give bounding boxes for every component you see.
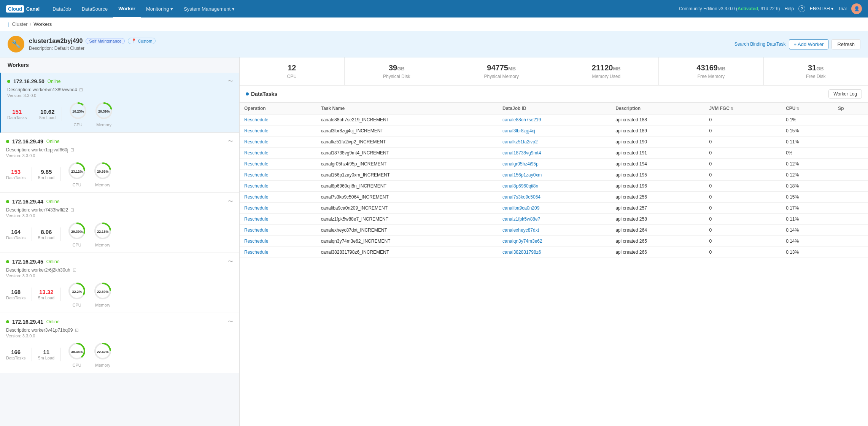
metric-divider bbox=[60, 348, 61, 361]
help-link[interactable]: Help bbox=[784, 6, 794, 11]
table-col-cpu[interactable]: CPU⇅ bbox=[781, 103, 833, 114]
cpu-gauge: 23.12% CPU bbox=[67, 161, 87, 187]
chart-icon[interactable]: 〜 bbox=[228, 138, 233, 145]
description-cell: api created 257 bbox=[611, 203, 704, 214]
nav-datasource[interactable]: DataSource bbox=[76, 0, 113, 17]
logo[interactable]: Cloud Canal bbox=[6, 5, 40, 13]
datajob-link[interactable]: canalqn3y74m3e62 bbox=[502, 238, 542, 244]
language-selector[interactable]: ENGLISH ▾ bbox=[810, 6, 833, 11]
reschedule-link[interactable]: Reschedule bbox=[244, 194, 268, 200]
datajob-link[interactable]: canal18738vg9mt4 bbox=[502, 150, 541, 156]
worker-ip: 172.16.29.49 bbox=[12, 138, 43, 145]
datajob-link[interactable]: canal3lbr8zgj4cj bbox=[502, 128, 535, 134]
stat-label: Memory Used bbox=[557, 74, 656, 79]
nav-datajob[interactable]: DataJob bbox=[47, 0, 76, 17]
jvm-fgc-cell: 0 bbox=[705, 148, 782, 159]
nav-monitoring[interactable]: Monitoring ▾ bbox=[141, 0, 178, 17]
datajob-link[interactable]: canalkz51fa2ivp2 bbox=[502, 139, 538, 145]
table-col-sp[interactable]: Sp bbox=[833, 103, 868, 114]
copy-icon[interactable]: ⊡ bbox=[73, 267, 76, 273]
datajob-link[interactable]: canalgr05hz4i95p bbox=[502, 161, 539, 167]
help-icon[interactable]: ? bbox=[798, 5, 805, 12]
load-value: 9.85 bbox=[38, 168, 54, 175]
refresh-button[interactable]: Refresh bbox=[831, 39, 860, 49]
description-cell: api created 190 bbox=[611, 137, 704, 148]
stat-value: 39GB bbox=[348, 64, 446, 72]
stat-label: Physical Memory bbox=[452, 74, 551, 79]
reschedule-link[interactable]: Reschedule bbox=[244, 238, 268, 244]
chart-icon[interactable]: 〜 bbox=[228, 78, 233, 85]
worker-card[interactable]: 172.16.29.50 Online 〜 Description: worke… bbox=[0, 73, 239, 133]
worker-card[interactable]: 172.16.29.41 Online 〜 Description: worke… bbox=[0, 313, 239, 373]
chart-icon[interactable]: 〜 bbox=[228, 318, 233, 325]
description-cell: api created 191 bbox=[611, 148, 704, 159]
datatasks-value: 153 bbox=[6, 168, 25, 175]
reschedule-link[interactable]: Reschedule bbox=[244, 172, 268, 178]
worker-card[interactable]: 172.16.29.45 Online 〜 Description: worke… bbox=[0, 253, 239, 313]
datatasks-section: DataTasks Worker Log OperationTask NameD… bbox=[240, 86, 868, 426]
cluster-icon: 🔧 bbox=[8, 36, 24, 52]
datajob-link[interactable]: canal7s3ko9c5064 bbox=[502, 194, 541, 200]
copy-icon[interactable]: ⊡ bbox=[70, 207, 74, 213]
copy-icon[interactable]: ⊡ bbox=[70, 147, 74, 153]
nav-system-management[interactable]: System Management ▾ bbox=[178, 0, 240, 17]
reschedule-link[interactable]: Reschedule bbox=[244, 183, 268, 189]
worker-version: Version: 3.3.0.0 bbox=[7, 93, 233, 98]
stat-label: Physical Disk bbox=[348, 74, 446, 79]
table-col-jvm-fgc[interactable]: JVM FGC⇅ bbox=[705, 103, 782, 114]
worker-ip-row: 172.16.29.45 Online bbox=[6, 259, 59, 265]
worker-version: Version: 3.3.0.0 bbox=[6, 213, 233, 218]
worker-desc: Description: worker3v41p71bq09 bbox=[6, 327, 73, 333]
table-row: Reschedule canal8p6960qii8n_INCREMENT ca… bbox=[240, 181, 868, 192]
table-col-datajob-id: DataJob ID bbox=[498, 103, 611, 114]
cpu-cell: 0.17% bbox=[781, 203, 833, 214]
task-name-cell: canal8p6960qii8n_INCREMENT bbox=[316, 181, 498, 192]
reschedule-link[interactable]: Reschedule bbox=[244, 161, 268, 167]
cpu-label: CPU bbox=[73, 183, 81, 187]
reschedule-link[interactable]: Reschedule bbox=[244, 227, 268, 233]
navbar: Cloud Canal DataJob DataSource Worker Mo… bbox=[0, 0, 868, 17]
breadcrumb-cluster[interactable]: Cluster bbox=[12, 21, 27, 27]
reschedule-link[interactable]: Reschedule bbox=[244, 128, 268, 134]
worker-desc: Description: worker2r6j2kh30uh bbox=[6, 267, 70, 273]
jvm-fgc-cell: 0 bbox=[705, 214, 782, 225]
worker-log-button[interactable]: Worker Log bbox=[828, 89, 862, 99]
nav-items: DataJob DataSource Worker Monitoring ▾ S… bbox=[47, 0, 679, 17]
copy-icon[interactable]: ⊡ bbox=[75, 327, 79, 333]
datajob-link[interactable]: canal156p1zay0xm bbox=[502, 172, 542, 178]
datatasks-title: DataTasks bbox=[246, 91, 277, 97]
operation-cell: Reschedule bbox=[240, 126, 316, 137]
copy-icon[interactable]: ⊡ bbox=[79, 87, 83, 92]
user-avatar[interactable]: 👤 bbox=[851, 3, 862, 14]
datajob-link[interactable]: canalexheyc87dxt bbox=[502, 227, 539, 233]
nav-worker[interactable]: Worker bbox=[113, 0, 141, 17]
datajob-link[interactable]: canaliba9ca0n209 bbox=[502, 205, 539, 211]
datatasks-label: DataTasks bbox=[6, 235, 25, 240]
datajob-link[interactable]: canal8p6960qii8n bbox=[502, 183, 538, 189]
reschedule-link[interactable]: Reschedule bbox=[244, 216, 268, 222]
task-name-cell: canaliba9ca0n209_INCREMENT bbox=[316, 203, 498, 214]
datajob-link[interactable]: canal382831798z6 bbox=[502, 250, 541, 255]
datajob-link[interactable]: canale88oh7se219 bbox=[502, 117, 541, 122]
datajob-link[interactable]: canalz1fpk5w88e7 bbox=[502, 216, 540, 222]
worker-ip: 172.16.29.41 bbox=[12, 319, 43, 325]
reschedule-link[interactable]: Reschedule bbox=[244, 139, 268, 145]
worker-card[interactable]: 172.16.29.49 Online 〜 Description: worke… bbox=[0, 133, 239, 193]
sort-icon: ⇅ bbox=[796, 106, 799, 111]
add-worker-button[interactable]: + Add Worker bbox=[789, 39, 829, 49]
reschedule-link[interactable]: Reschedule bbox=[244, 205, 268, 211]
trial-button[interactable]: Trial bbox=[838, 6, 847, 11]
reschedule-link[interactable]: Reschedule bbox=[244, 117, 268, 122]
worker-card[interactable]: 172.16.29.44 Online 〜 Description: worke… bbox=[0, 193, 239, 253]
cluster-name-row: cluster1aw2byj490 Self Maintenance 📍 Cus… bbox=[29, 38, 730, 45]
task-name-cell: canal382831798z6_INCREMENT bbox=[316, 247, 498, 258]
table-row: Reschedule canal156p1zay0xm_INCREMENT ca… bbox=[240, 170, 868, 181]
chart-icon[interactable]: 〜 bbox=[228, 258, 233, 265]
search-binding-link[interactable]: Search Binding DataTask bbox=[734, 41, 786, 47]
jvm-fgc-cell: 0 bbox=[705, 114, 782, 126]
reschedule-link[interactable]: Reschedule bbox=[244, 150, 268, 156]
sp-cell bbox=[833, 192, 868, 203]
chart-icon[interactable]: 〜 bbox=[228, 198, 233, 205]
reschedule-link[interactable]: Reschedule bbox=[244, 250, 268, 255]
memory-label: Memory bbox=[95, 303, 110, 307]
